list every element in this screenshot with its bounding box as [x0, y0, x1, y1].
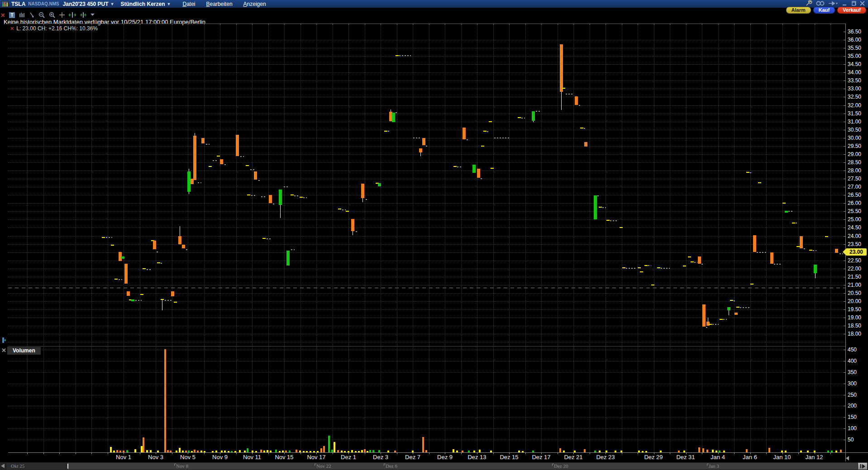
axis-tick [830, 24, 831, 25]
last-price-dashes [626, 268, 637, 269]
scroll-right-button[interactable] [858, 463, 867, 470]
axis-tick [300, 452, 301, 454]
doji-tick [746, 172, 749, 173]
gridline [252, 347, 253, 452]
doji-tick [157, 262, 160, 263]
axis-tick [43, 24, 44, 25]
volume-bar [289, 451, 291, 452]
scroll-left-button[interactable] [1, 464, 5, 468]
doji-tick [750, 284, 754, 285]
doji-tick [246, 165, 249, 166]
gridline [445, 347, 445, 452]
volume-bar [228, 451, 229, 452]
doji-tick [691, 261, 694, 262]
axis-tick [686, 24, 687, 25]
doji-tick [161, 299, 164, 300]
candle [124, 264, 128, 284]
volume-bar [599, 451, 601, 452]
axis-corner-arrow-icon[interactable] [846, 456, 849, 461]
candle [770, 252, 773, 264]
candle [286, 251, 290, 266]
x-axis-label: Dez 29 [641, 454, 666, 461]
axis-tick [844, 81, 845, 81]
last-price-dashes [303, 197, 307, 198]
price-axis-label: 26.00 [848, 200, 868, 206]
candle [153, 241, 156, 249]
axis-tick [844, 318, 845, 318]
doji-tick [796, 246, 800, 247]
candle [560, 44, 563, 92]
axis-tick [844, 56, 845, 57]
chart-surface[interactable]: 36.5036.0035.5035.0034.5034.0033.5033.00… [0, 0, 868, 470]
volume-bar [584, 449, 586, 452]
x-axis-label: Dez 31 [673, 454, 698, 461]
candle-wick [189, 192, 189, 194]
axis-tick [844, 261, 845, 261]
scrollbar-date-label: Nov 22 [315, 463, 331, 469]
volume-axis-label: 50 [848, 437, 868, 443]
axis-tick [558, 452, 558, 454]
gridline [8, 219, 845, 220]
candle [236, 135, 239, 156]
last-price-dashes [661, 268, 670, 269]
axis-tick [766, 452, 767, 454]
doji-tick [606, 220, 610, 221]
volume-bar [113, 451, 115, 452]
gridline [8, 56, 845, 57]
x-axis-label: Dez 1 [336, 454, 361, 461]
volume-bar [532, 451, 534, 452]
volume-bar [702, 448, 704, 452]
last-price-dashes [284, 186, 288, 187]
volume-bar [831, 451, 833, 452]
x-axis-label: Dez 23 [593, 454, 618, 461]
axis-tick [702, 452, 702, 454]
price-axis-label: 24.50 [848, 224, 868, 231]
axis-tick [844, 89, 845, 89]
gridline [8, 154, 845, 155]
previous-close-line [8, 288, 845, 288]
candle [422, 138, 425, 145]
x-axis-label: Dez 13 [464, 454, 490, 461]
axis-tick [844, 301, 845, 302]
volume-bar [267, 450, 268, 452]
volume-bar [221, 451, 223, 452]
volume-bar [594, 451, 596, 452]
price-axis-label: 30.50 [848, 127, 868, 133]
volume-bar [468, 451, 470, 452]
candle-wick [815, 273, 816, 279]
axis-tick [718, 24, 719, 25]
scrollbar-handle[interactable] [67, 464, 68, 469]
candle [800, 236, 803, 248]
axis-tick [365, 452, 365, 454]
axis-tick [429, 452, 429, 454]
gridline [558, 347, 558, 452]
candle-wick [708, 318, 708, 322]
volume-bar [167, 450, 169, 452]
last-price-dashes [796, 223, 798, 223]
candle [698, 256, 701, 264]
volume-bar [807, 451, 809, 452]
x-axis-label: Dez 7 [400, 454, 425, 461]
doji-tick [291, 195, 294, 195]
last-price-dashes [723, 319, 727, 320]
gridline [124, 347, 124, 452]
gridline [606, 347, 606, 452]
time-scrollbar[interactable]: Okt 25Nov 8Nov 22Dez 6Dez 20Jan 3 [0, 462, 868, 470]
volume-bar [473, 451, 475, 452]
volume-bar [255, 451, 257, 452]
volume-pane-close-icon[interactable]: ✕ [1, 347, 6, 353]
last-price-dashes [206, 144, 210, 145]
gridline [8, 130, 845, 130]
gridline [590, 347, 590, 452]
doji-tick [640, 271, 643, 272]
volume-bar [234, 451, 236, 452]
doji-tick [651, 285, 654, 285]
price-axis-label: 28.00 [848, 167, 868, 174]
axis-tick [204, 24, 205, 25]
axis-tick [844, 32, 845, 32]
pane-resize-icon[interactable] [0, 337, 6, 345]
axis-tick [844, 187, 845, 187]
doji-tick [453, 166, 457, 167]
axis-tick [844, 195, 845, 195]
axis-tick [702, 24, 702, 25]
